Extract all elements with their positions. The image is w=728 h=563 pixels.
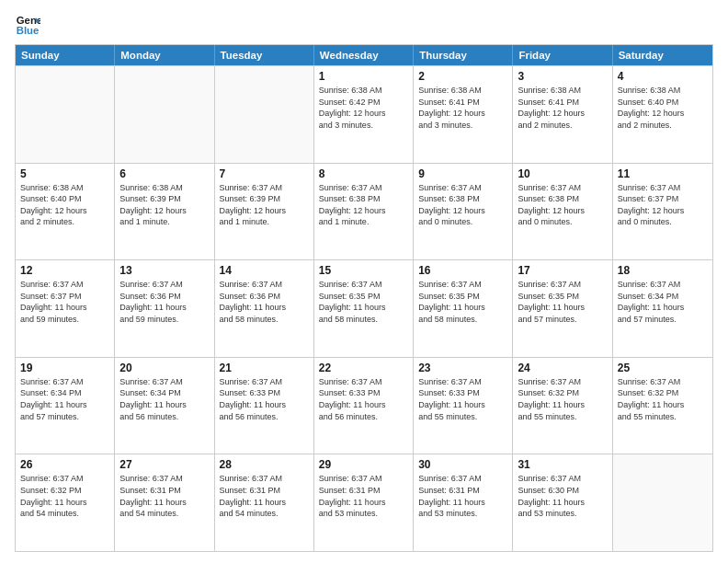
day-number: 9 bbox=[418, 167, 507, 180]
calendar-cell: 7Sunrise: 6:37 AM Sunset: 6:39 PM Daylig… bbox=[215, 164, 314, 260]
day-info: Sunrise: 6:37 AM Sunset: 6:38 PM Dayligh… bbox=[319, 182, 408, 228]
day-info: Sunrise: 6:38 AM Sunset: 6:41 PM Dayligh… bbox=[418, 85, 507, 131]
day-info: Sunrise: 6:37 AM Sunset: 6:34 PM Dayligh… bbox=[618, 279, 708, 325]
weekday-header: Wednesday bbox=[314, 45, 414, 65]
day-number: 12 bbox=[20, 264, 109, 277]
weekday-header: Sunday bbox=[16, 45, 115, 65]
day-info: Sunrise: 6:38 AM Sunset: 6:42 PM Dayligh… bbox=[319, 85, 408, 131]
day-number: 8 bbox=[319, 167, 408, 180]
weekday-header: Thursday bbox=[414, 45, 513, 65]
calendar-cell: 23Sunrise: 6:37 AM Sunset: 6:33 PM Dayli… bbox=[414, 358, 513, 454]
day-info: Sunrise: 6:37 AM Sunset: 6:31 PM Dayligh… bbox=[319, 473, 408, 519]
day-info: Sunrise: 6:38 AM Sunset: 6:40 PM Dayligh… bbox=[20, 182, 109, 228]
calendar-cell: 25Sunrise: 6:37 AM Sunset: 6:32 PM Dayli… bbox=[613, 358, 712, 454]
calendar-body: 1Sunrise: 6:38 AM Sunset: 6:42 PM Daylig… bbox=[16, 65, 712, 551]
calendar-cell: 6Sunrise: 6:38 AM Sunset: 6:39 PM Daylig… bbox=[115, 164, 214, 260]
day-info: Sunrise: 6:37 AM Sunset: 6:38 PM Dayligh… bbox=[518, 182, 607, 228]
day-info: Sunrise: 6:37 AM Sunset: 6:32 PM Dayligh… bbox=[618, 376, 708, 422]
calendar-cell: 8Sunrise: 6:37 AM Sunset: 6:38 PM Daylig… bbox=[314, 164, 414, 260]
day-info: Sunrise: 6:37 AM Sunset: 6:37 PM Dayligh… bbox=[618, 182, 708, 228]
day-number: 1 bbox=[319, 70, 408, 83]
calendar-cell bbox=[16, 66, 115, 163]
day-info: Sunrise: 6:38 AM Sunset: 6:40 PM Dayligh… bbox=[618, 85, 708, 131]
day-info: Sunrise: 6:37 AM Sunset: 6:38 PM Dayligh… bbox=[418, 182, 507, 228]
day-number: 14 bbox=[220, 264, 309, 277]
calendar-cell: 27Sunrise: 6:37 AM Sunset: 6:31 PM Dayli… bbox=[115, 454, 214, 551]
calendar-cell: 1Sunrise: 6:38 AM Sunset: 6:42 PM Daylig… bbox=[314, 66, 414, 163]
calendar-cell: 5Sunrise: 6:38 AM Sunset: 6:40 PM Daylig… bbox=[16, 164, 115, 260]
weekday-header: Friday bbox=[513, 45, 612, 65]
calendar-cell: 24Sunrise: 6:37 AM Sunset: 6:32 PM Dayli… bbox=[513, 358, 612, 454]
calendar-cell: 12Sunrise: 6:37 AM Sunset: 6:37 PM Dayli… bbox=[16, 260, 115, 357]
day-info: Sunrise: 6:37 AM Sunset: 6:33 PM Dayligh… bbox=[220, 376, 309, 422]
day-number: 21 bbox=[220, 362, 309, 374]
day-number: 13 bbox=[119, 264, 209, 277]
day-info: Sunrise: 6:37 AM Sunset: 6:37 PM Dayligh… bbox=[20, 279, 109, 325]
day-info: Sunrise: 6:37 AM Sunset: 6:33 PM Dayligh… bbox=[319, 376, 408, 422]
day-number: 27 bbox=[119, 458, 209, 471]
day-info: Sunrise: 6:37 AM Sunset: 6:30 PM Dayligh… bbox=[518, 473, 607, 519]
day-number: 4 bbox=[618, 70, 708, 83]
day-info: Sunrise: 6:37 AM Sunset: 6:31 PM Dayligh… bbox=[418, 473, 507, 519]
calendar-cell bbox=[613, 454, 712, 551]
calendar: SundayMondayTuesdayWednesdayThursdayFrid… bbox=[15, 44, 713, 552]
day-number: 6 bbox=[119, 167, 209, 180]
day-number: 22 bbox=[319, 362, 408, 374]
day-info: Sunrise: 6:38 AM Sunset: 6:39 PM Dayligh… bbox=[119, 182, 209, 228]
day-info: Sunrise: 6:37 AM Sunset: 6:32 PM Dayligh… bbox=[20, 473, 109, 519]
day-info: Sunrise: 6:37 AM Sunset: 6:33 PM Dayligh… bbox=[418, 376, 507, 422]
calendar-row: 1Sunrise: 6:38 AM Sunset: 6:42 PM Daylig… bbox=[16, 65, 712, 163]
page: General Blue SundayMondayTuesdayWednesda… bbox=[0, 0, 728, 563]
day-number: 3 bbox=[518, 70, 607, 83]
calendar-header: SundayMondayTuesdayWednesdayThursdayFrid… bbox=[16, 45, 712, 65]
day-number: 16 bbox=[418, 264, 507, 277]
day-number: 10 bbox=[518, 167, 607, 180]
logo: General Blue bbox=[15, 11, 46, 37]
calendar-cell: 18Sunrise: 6:37 AM Sunset: 6:34 PM Dayli… bbox=[613, 260, 712, 357]
calendar-cell: 28Sunrise: 6:37 AM Sunset: 6:31 PM Dayli… bbox=[215, 454, 314, 551]
day-number: 17 bbox=[518, 264, 607, 277]
day-info: Sunrise: 6:37 AM Sunset: 6:35 PM Dayligh… bbox=[518, 279, 607, 325]
logo-icon: General Blue bbox=[15, 11, 40, 37]
calendar-cell: 16Sunrise: 6:37 AM Sunset: 6:35 PM Dayli… bbox=[414, 260, 513, 357]
calendar-row: 26Sunrise: 6:37 AM Sunset: 6:32 PM Dayli… bbox=[16, 454, 712, 551]
calendar-cell: 17Sunrise: 6:37 AM Sunset: 6:35 PM Dayli… bbox=[513, 260, 612, 357]
day-info: Sunrise: 6:37 AM Sunset: 6:35 PM Dayligh… bbox=[319, 279, 408, 325]
day-number: 24 bbox=[518, 362, 607, 374]
calendar-cell: 26Sunrise: 6:37 AM Sunset: 6:32 PM Dayli… bbox=[16, 454, 115, 551]
day-number: 28 bbox=[220, 458, 309, 471]
calendar-cell: 22Sunrise: 6:37 AM Sunset: 6:33 PM Dayli… bbox=[314, 358, 414, 454]
day-number: 31 bbox=[518, 458, 607, 471]
day-number: 29 bbox=[319, 458, 408, 471]
svg-text:Blue: Blue bbox=[17, 25, 40, 36]
calendar-row: 19Sunrise: 6:37 AM Sunset: 6:34 PM Dayli… bbox=[16, 357, 712, 454]
day-info: Sunrise: 6:37 AM Sunset: 6:31 PM Dayligh… bbox=[119, 473, 209, 519]
day-info: Sunrise: 6:37 AM Sunset: 6:32 PM Dayligh… bbox=[518, 376, 607, 422]
day-number: 7 bbox=[220, 167, 309, 180]
day-number: 2 bbox=[418, 70, 507, 83]
day-number: 26 bbox=[20, 458, 109, 471]
day-info: Sunrise: 6:37 AM Sunset: 6:35 PM Dayligh… bbox=[418, 279, 507, 325]
weekday-header: Tuesday bbox=[215, 45, 314, 65]
day-info: Sunrise: 6:37 AM Sunset: 6:34 PM Dayligh… bbox=[20, 376, 109, 422]
weekday-header: Monday bbox=[115, 45, 214, 65]
calendar-cell: 20Sunrise: 6:37 AM Sunset: 6:34 PM Dayli… bbox=[115, 358, 214, 454]
day-number: 15 bbox=[319, 264, 408, 277]
calendar-cell: 13Sunrise: 6:37 AM Sunset: 6:36 PM Dayli… bbox=[115, 260, 214, 357]
header: General Blue bbox=[15, 11, 713, 37]
calendar-cell: 9Sunrise: 6:37 AM Sunset: 6:38 PM Daylig… bbox=[414, 164, 513, 260]
day-info: Sunrise: 6:37 AM Sunset: 6:39 PM Dayligh… bbox=[220, 182, 309, 228]
day-number: 5 bbox=[20, 167, 109, 180]
calendar-cell: 31Sunrise: 6:37 AM Sunset: 6:30 PM Dayli… bbox=[513, 454, 612, 551]
day-info: Sunrise: 6:37 AM Sunset: 6:31 PM Dayligh… bbox=[220, 473, 309, 519]
calendar-cell: 4Sunrise: 6:38 AM Sunset: 6:40 PM Daylig… bbox=[613, 66, 712, 163]
day-info: Sunrise: 6:37 AM Sunset: 6:34 PM Dayligh… bbox=[119, 376, 209, 422]
day-number: 11 bbox=[618, 167, 708, 180]
calendar-row: 12Sunrise: 6:37 AM Sunset: 6:37 PM Dayli… bbox=[16, 259, 712, 357]
day-number: 30 bbox=[418, 458, 507, 471]
calendar-cell: 21Sunrise: 6:37 AM Sunset: 6:33 PM Dayli… bbox=[215, 358, 314, 454]
calendar-cell: 14Sunrise: 6:37 AM Sunset: 6:36 PM Dayli… bbox=[215, 260, 314, 357]
calendar-cell: 2Sunrise: 6:38 AM Sunset: 6:41 PM Daylig… bbox=[414, 66, 513, 163]
day-number: 20 bbox=[119, 362, 209, 374]
calendar-cell: 15Sunrise: 6:37 AM Sunset: 6:35 PM Dayli… bbox=[314, 260, 414, 357]
